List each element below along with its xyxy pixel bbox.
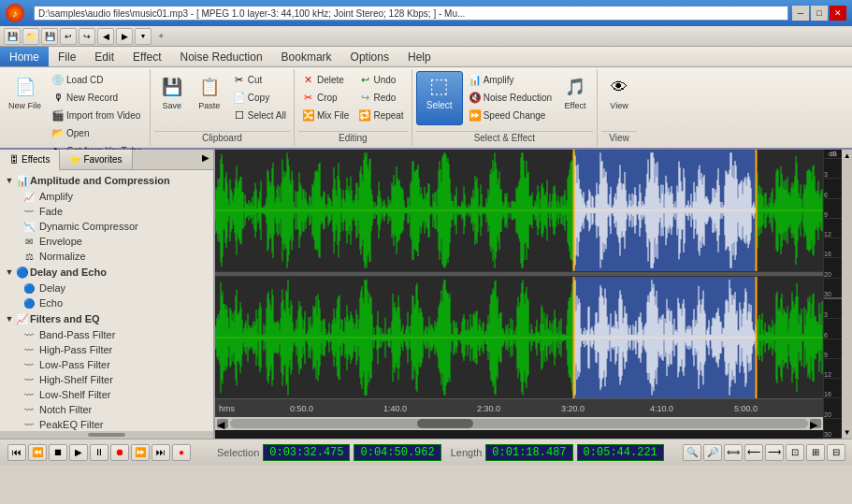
scroll-thumb[interactable] bbox=[417, 419, 473, 428]
noise-reduction-button[interactable]: 🔇 Noise Reduction bbox=[465, 89, 556, 106]
ribbon-group-view: 👁 View View bbox=[598, 69, 641, 146]
save-button[interactable]: 💾 Save bbox=[154, 71, 190, 125]
effect-peakeq[interactable]: 〰 PeakEQ Filter bbox=[0, 417, 213, 431]
new-file-button[interactable]: 📄 New File bbox=[4, 71, 46, 125]
transport-pause[interactable]: ⏸ bbox=[90, 444, 108, 461]
waveform-top-canvas[interactable] bbox=[215, 150, 823, 271]
zoom-out[interactable]: 🔎 bbox=[703, 444, 722, 461]
select-all-button[interactable]: ☐ Select All bbox=[229, 107, 290, 123]
zoom-extra1[interactable]: ⊞ bbox=[806, 444, 825, 461]
mix-file-button[interactable]: 🔀 Mix File bbox=[298, 107, 353, 123]
transport-prev[interactable]: ⏪ bbox=[28, 444, 47, 461]
select-label: Select bbox=[426, 100, 453, 110]
maximize-button[interactable]: □ bbox=[811, 6, 828, 21]
zoom-extra2[interactable]: ⊟ bbox=[827, 444, 845, 461]
close-button[interactable]: ✕ bbox=[830, 6, 846, 21]
menu-edit[interactable]: Edit bbox=[85, 47, 123, 66]
zoom-in[interactable]: 🔍 bbox=[683, 444, 701, 461]
tree-scrollbar[interactable] bbox=[0, 431, 213, 439]
effect-fade[interactable]: 〰 Fade bbox=[0, 204, 213, 219]
import-video-button[interactable]: 🎬 Import from Video bbox=[48, 107, 146, 123]
zoom-left[interactable]: ⟵ bbox=[744, 444, 763, 461]
menu-help[interactable]: Help bbox=[398, 47, 440, 66]
effect-lowpass[interactable]: 〰 Low-Pass Filter bbox=[0, 357, 213, 372]
menu-home[interactable]: Home bbox=[0, 47, 49, 66]
repeat-button[interactable]: 🔁 Repeat bbox=[354, 107, 407, 123]
group-delay-echo[interactable]: ▼ 🔵 Delay and Echo bbox=[0, 264, 213, 281]
transport-end[interactable]: ⏭ bbox=[152, 444, 170, 461]
group-filters-eq[interactable]: ▼ 📈 Filters and EQ bbox=[0, 310, 213, 327]
menu-options[interactable]: Options bbox=[341, 47, 398, 66]
transport-record-loop[interactable]: ⏺ bbox=[110, 444, 129, 461]
time-mark-320: 3:20.0 bbox=[561, 404, 585, 413]
transport-stop[interactable]: ⏹ bbox=[49, 444, 67, 461]
scroll-right-btn[interactable]: ▶ bbox=[810, 419, 821, 428]
paste-button[interactable]: 📋 Paste bbox=[192, 71, 227, 125]
minimize-button[interactable]: ─ bbox=[792, 6, 809, 21]
scroll-left-btn[interactable]: ◀ bbox=[217, 419, 228, 428]
effect-lowshelf[interactable]: 〰 Low-Shelf Filter bbox=[0, 387, 213, 402]
vscroll-up-btn[interactable]: ▲ bbox=[844, 151, 851, 160]
cut-button[interactable]: ✂ Cut bbox=[229, 71, 290, 88]
delete-button[interactable]: ✕ Delete bbox=[298, 71, 353, 88]
qa-save2[interactable]: 💾 bbox=[41, 28, 58, 45]
effect-highshelf[interactable]: 〰 High-Shelf Filter bbox=[0, 372, 213, 387]
waveform-bottom-canvas[interactable] bbox=[215, 277, 823, 398]
select-button[interactable]: ⬚ Select bbox=[416, 71, 463, 125]
redo-button[interactable]: ↪ Redo bbox=[354, 89, 407, 106]
effect-envelope[interactable]: ✉ Envelope bbox=[0, 234, 213, 249]
effect-notch[interactable]: 〰 Notch Filter bbox=[0, 402, 213, 417]
new-record-button[interactable]: 🎙 New Record bbox=[48, 89, 146, 106]
effects-panel: 🎛 Effects ⭐ Favorites ▶ ▼ 📊 Amplitude an… bbox=[0, 150, 215, 439]
vscroll-down-btn[interactable]: ▼ bbox=[844, 428, 851, 437]
load-cd-button[interactable]: 💿 Load CD bbox=[48, 71, 146, 88]
menu-bookmark[interactable]: Bookmark bbox=[272, 47, 341, 66]
panel-nav-button[interactable]: ▶ bbox=[198, 150, 213, 169]
select-effect-content: ⬚ Select 📊 Amplify 🔇 Noise Reduction ⏩ S… bbox=[416, 71, 593, 131]
menu-file[interactable]: File bbox=[49, 47, 85, 66]
effect-dynamic-compressor[interactable]: 📉 Dynamic Compressor bbox=[0, 219, 213, 234]
transport-play[interactable]: ▶ bbox=[69, 444, 88, 461]
menu-effect[interactable]: Effect bbox=[123, 47, 170, 66]
amplify-ribbon-button[interactable]: 📊 Amplify bbox=[465, 71, 556, 88]
qa-redo[interactable]: ↪ bbox=[79, 28, 95, 45]
undo-button[interactable]: ↩ Undo bbox=[354, 71, 407, 88]
view-button[interactable]: 👁 View bbox=[601, 71, 637, 125]
vertical-scrollbar[interactable]: ▲ ▼ bbox=[842, 150, 852, 439]
crop-button[interactable]: ✂ Crop bbox=[298, 89, 353, 106]
zoom-right[interactable]: ⟶ bbox=[765, 444, 784, 461]
transport-record2[interactable]: ● bbox=[172, 444, 191, 461]
new-record-label: New Record bbox=[66, 93, 118, 103]
copy-button[interactable]: 📄 Copy bbox=[229, 89, 290, 106]
qa-save[interactable]: 💾 bbox=[4, 28, 21, 45]
horizontal-scrollbar[interactable]: ◀ ▶ bbox=[215, 417, 823, 430]
zoom-fit[interactable]: ⟺ bbox=[724, 444, 743, 461]
qa-something[interactable]: ◀ bbox=[97, 28, 114, 45]
qa-dropdown[interactable]: ▼ bbox=[135, 28, 152, 45]
speed-change-button[interactable]: ⏩ Speed Change bbox=[465, 107, 556, 123]
new-file-label: New File bbox=[8, 102, 41, 111]
transport-next[interactable]: ⏩ bbox=[131, 444, 150, 461]
menu-noise-reduction[interactable]: Noise Reduction bbox=[171, 47, 272, 66]
transport-begin[interactable]: ⏮ bbox=[7, 444, 26, 461]
effect-echo[interactable]: 🔵 Echo bbox=[0, 295, 213, 310]
group-amplitude[interactable]: ▼ 📊 Amplitude and Compression bbox=[0, 172, 213, 189]
effect-normalize[interactable]: ⚖ Normalize bbox=[0, 249, 213, 264]
effect-button[interactable]: 🎵 Effect bbox=[557, 71, 593, 125]
effect-bandpass[interactable]: 〰 Band-Pass Filter bbox=[0, 327, 213, 342]
tab-effects[interactable]: 🎛 Effects bbox=[0, 150, 60, 170]
qa-open[interactable]: 📁 bbox=[22, 28, 39, 45]
db-16-bot: 16 bbox=[824, 379, 842, 398]
open-button[interactable]: 📂 Open bbox=[48, 124, 146, 141]
effect-delay[interactable]: 🔵 Delay bbox=[0, 281, 213, 295]
length-field: Length 0:01:18.487 0:05:44.221 bbox=[451, 444, 664, 461]
repeat-label: Repeat bbox=[373, 110, 403, 121]
effect-highpass[interactable]: 〰 High-Pass Filter bbox=[0, 342, 213, 357]
tab-favorites[interactable]: ⭐ Favorites bbox=[60, 150, 132, 169]
effect-amplify[interactable]: 📈 Amplify bbox=[0, 189, 213, 204]
effect-label: Effect bbox=[565, 102, 586, 111]
qa-forward[interactable]: ▶ bbox=[116, 28, 133, 45]
qa-undo[interactable]: ↩ bbox=[60, 28, 77, 45]
zoom-select[interactable]: ⊡ bbox=[786, 444, 804, 461]
scroll-track[interactable] bbox=[230, 419, 808, 428]
